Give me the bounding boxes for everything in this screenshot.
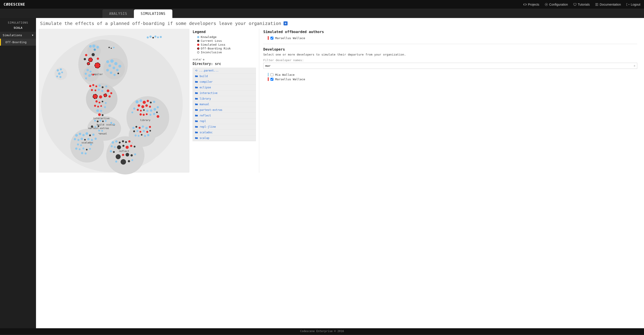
back-arrow-icon: ⟲ [195, 69, 197, 72]
clear-filter-icon[interactable]: × [634, 64, 636, 68]
legend-item: Knowledge [197, 35, 256, 39]
main: SIMULATIONS SCALA Simulations ▼ Off-Boar… [0, 18, 644, 328]
nav-logout[interactable]: Logout [626, 3, 640, 6]
folder-icon [195, 137, 198, 139]
offboarded-author: Marsellus Wallace [263, 35, 637, 41]
directory-item-label: interactive [200, 91, 217, 95]
directory-item[interactable]: scalap [193, 135, 256, 141]
folder-icon [195, 81, 198, 83]
sidebar: SIMULATIONS SCALA Simulations ▼ Off-Boar… [0, 18, 36, 328]
authors-panel: Simulated offboarded authors Marsellus W… [259, 29, 641, 173]
directory-item-label: library [200, 97, 211, 100]
code-icon [524, 3, 526, 6]
directory-item-label: repl [200, 120, 206, 123]
directory-item[interactable]: eclipse [193, 85, 256, 90]
directory-parent[interactable]: ⟲ ...parent... [193, 68, 256, 73]
visualization[interactable]: compiler [39, 29, 190, 173]
directory-item[interactable]: interactive [193, 90, 256, 96]
tabstrip: ANALYSIS SIMULATIONS [0, 9, 644, 18]
footer: Codescene Enterprise © 2016 [0, 328, 644, 334]
filter-input[interactable] [263, 63, 637, 69]
tab-analysis[interactable]: ANALYSIS [102, 9, 134, 18]
chevron-down-icon: ▼ [32, 34, 33, 36]
legend-label: Current Loss [201, 39, 222, 42]
directory-item[interactable]: reflect [193, 113, 256, 118]
legend-dot-icon [197, 47, 199, 50]
columns: compiler [36, 29, 644, 175]
developer-checkbox[interactable] [270, 78, 274, 81]
folder-icon [195, 103, 198, 105]
folder-icon [195, 120, 198, 122]
legend-dot-icon [197, 44, 199, 46]
directory-item-label: reflect [200, 114, 211, 117]
directory-item-label: partest-extras [200, 108, 222, 111]
breadcrumb[interactable]: scala/ ✪ [192, 58, 256, 61]
sidebar-item-offboarding[interactable]: Off-Boarding [0, 39, 36, 46]
developer-name: Mia Wallace [275, 73, 294, 76]
legend-label: Off-Boarding Risk [201, 47, 231, 50]
topnav: Projects Configuration Tutorials Documen… [524, 3, 640, 6]
directory-item[interactable]: manual [193, 102, 256, 107]
legend-panel: Legend KnowledgeCurrent LossSimulated Lo… [190, 29, 259, 173]
developer-list: Mia WallaceMarsellus Wallace [263, 72, 637, 81]
directory-item[interactable]: repl-jline [193, 124, 256, 130]
directory-item-label: compiler [200, 80, 213, 83]
legend-label: Inconclusive [201, 50, 222, 54]
author-color-bar [268, 36, 269, 40]
logo: CØDESCENE [4, 2, 25, 6]
svg-rect-1 [574, 3, 576, 5]
folder-icon [195, 92, 198, 94]
folder-icon [195, 109, 198, 111]
monitor-icon [573, 3, 576, 6]
developer-checkbox[interactable] [270, 73, 274, 76]
book-icon [595, 3, 598, 6]
directory-item[interactable]: repl [193, 118, 256, 124]
directory-item[interactable]: partest-extras [193, 107, 256, 113]
legend-item: Current Loss [197, 39, 256, 42]
topbar: CØDESCENE Projects Configuration Tutoria… [0, 0, 644, 9]
sidebar-project: SCALA [0, 26, 36, 32]
legend-item: Simulated Loss [197, 43, 256, 46]
developer-row: Marsellus Wallace [268, 77, 637, 81]
folder-icon [195, 98, 198, 100]
directory-item-label: scalap [200, 136, 209, 140]
legend-title: Legend [192, 30, 256, 34]
sidebar-section-simulations[interactable]: Simulations ▼ [0, 32, 36, 39]
directory-item[interactable]: library [193, 96, 256, 102]
folder-icon [195, 75, 198, 77]
developer-name: Marsellus Wallace [275, 77, 305, 81]
directory-title: Directory: src [192, 62, 256, 66]
nav-configuration[interactable]: Configuration [545, 3, 568, 6]
page-title: Simulate the effects of a planned off-bo… [36, 18, 644, 29]
legend-item: Off-Boarding Risk [197, 47, 256, 50]
directory-item[interactable]: scaladoc [193, 130, 256, 135]
directory-item[interactable]: build [193, 73, 256, 79]
legend-label: Knowledge [201, 35, 216, 39]
directory-item-label: repl-jline [200, 125, 216, 128]
filter-label: Filter developer names: [263, 58, 637, 62]
legend-dot-icon [197, 40, 199, 42]
filter-input-wrap: × [263, 63, 637, 69]
directory-item-label: build [200, 75, 208, 78]
developer-color-bar [268, 77, 269, 81]
developer-color-bar [268, 73, 269, 76]
gear-icon [545, 3, 548, 6]
offboarded-title: Simulated offboarded authors [263, 30, 637, 34]
nav-tutorials[interactable]: Tutorials [573, 3, 590, 6]
tab-simulations[interactable]: SIMULATIONS [134, 9, 172, 18]
nav-projects[interactable]: Projects [524, 3, 539, 6]
legend-label: Simulated Loss [201, 43, 226, 46]
developers-title: Developers [263, 47, 637, 51]
directory-item-label: manual [200, 103, 209, 106]
nav-documentation[interactable]: Documentation [595, 3, 621, 6]
legend-dot-icon [197, 51, 199, 53]
folder-icon [195, 114, 198, 117]
add-simulation-button[interactable]: + [284, 21, 288, 25]
folder-icon [195, 126, 198, 128]
directory-item[interactable]: compiler [193, 79, 256, 85]
logout-icon [626, 3, 629, 6]
legend-dot-icon [197, 36, 199, 38]
author-checkbox[interactable] [270, 37, 274, 39]
content: Simulate the effects of a planned off-bo… [36, 18, 644, 328]
legend-item: Inconclusive [197, 50, 256, 54]
